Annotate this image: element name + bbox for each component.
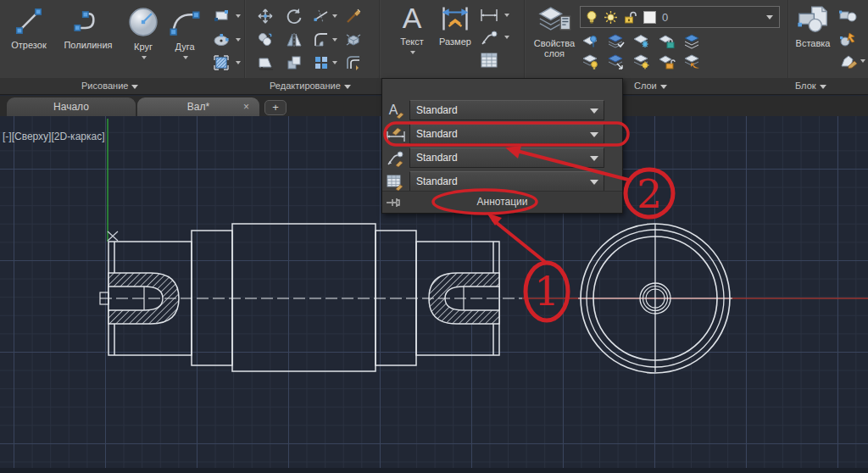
- table-icon: [479, 51, 499, 70]
- layer-unlock-icon[interactable]: [623, 10, 637, 25]
- multileader-style-select[interactable]: Standard: [409, 147, 604, 168]
- layer-on-bulb-icon[interactable]: [585, 10, 598, 25]
- arc-icon: [168, 5, 202, 39]
- line-icon: [13, 5, 45, 37]
- panel-label-block[interactable]: Блок: [795, 81, 826, 91]
- circle-button[interactable]: Круг: [124, 5, 163, 62]
- layer-color-swatch[interactable]: [643, 11, 656, 24]
- layer-make-current-icon: [581, 33, 600, 50]
- create-block-button[interactable]: [838, 7, 857, 25]
- text-style-select[interactable]: Standard: [409, 100, 604, 120]
- explode-icon: [344, 31, 363, 49]
- array-button[interactable]: [312, 53, 331, 72]
- polyline-icon: [72, 5, 104, 37]
- dimension-style-select[interactable]: Standard: [409, 124, 604, 144]
- layer-thaw-all-button[interactable]: [632, 53, 651, 72]
- offset-button[interactable]: [344, 53, 363, 72]
- hatch-button[interactable]: [212, 53, 231, 72]
- layer-unlock-all-button[interactable]: [658, 53, 676, 72]
- table-style-select[interactable]: Standard: [409, 171, 604, 192]
- block-editor-icon: [838, 53, 859, 70]
- tab-close-icon[interactable]: ×: [243, 97, 249, 116]
- rotate-button[interactable]: [285, 7, 303, 25]
- layer-properties-icon: [536, 2, 573, 36]
- panel-modify: [246, 0, 379, 78]
- block-editor-button[interactable]: [838, 53, 857, 71]
- layer-walk-icon: [607, 53, 626, 70]
- match-properties-button[interactable]: [344, 7, 363, 25]
- panel-label-draw[interactable]: Рисование: [81, 81, 138, 91]
- panel-label-layers[interactable]: Слои: [634, 81, 667, 91]
- scale-button[interactable]: [285, 53, 303, 72]
- layer-combo[interactable]: 0: [580, 6, 780, 28]
- fillet-button[interactable]: [312, 31, 331, 49]
- layer-unlock-all-icon: [658, 53, 676, 70]
- insert-block-label: Вставка: [796, 38, 831, 48]
- array-dropdown-icon[interactable]: [332, 61, 337, 64]
- multileader-dropdown-icon[interactable]: [504, 36, 509, 39]
- arc-button[interactable]: Дуга: [164, 5, 205, 62]
- define-attribute-button[interactable]: [838, 31, 857, 49]
- multileader-icon: [479, 29, 499, 47]
- panel-label-modify[interactable]: Редактирование: [270, 81, 351, 91]
- layer-lock-button[interactable]: [658, 33, 676, 52]
- rectangle-button[interactable]: [212, 7, 231, 25]
- table-style-dropdown-icon: [590, 180, 598, 185]
- layer-combo-dropdown-icon[interactable]: [766, 15, 773, 19]
- dim-linear-button[interactable]: [479, 7, 498, 25]
- annotation-flyout-footer[interactable]: Аннотации: [382, 191, 622, 213]
- panel-annotation: A Текст Размер: [381, 0, 524, 78]
- shaft-end-view: [578, 224, 732, 373]
- layer-properties-label-2: слоя: [544, 48, 565, 58]
- trim-dropdown-icon[interactable]: [332, 14, 337, 18]
- ellipse-dropdown-icon[interactable]: [236, 38, 241, 42]
- layer-walk-button[interactable]: [607, 53, 626, 72]
- layer-lock-icon: [658, 33, 676, 50]
- layer-off-button[interactable]: [581, 53, 600, 72]
- arc-dropdown-icon[interactable]: [183, 56, 188, 59]
- rectangle-dropdown-icon[interactable]: [236, 14, 241, 18]
- insert-block-button[interactable]: Вставка: [791, 3, 835, 48]
- layer-match-button[interactable]: [607, 33, 626, 52]
- copy-icon: [256, 31, 275, 49]
- layer-thaw-sun-icon[interactable]: [604, 10, 618, 25]
- offset-icon: [344, 53, 363, 72]
- layer-properties-button[interactable]: Свойства слоя: [531, 2, 578, 58]
- tab-drawing-val[interactable]: Вал* ×: [137, 97, 259, 116]
- dimension-button[interactable]: Размер: [433, 3, 477, 47]
- text-style-row: A Standard: [382, 98, 622, 122]
- new-tab-button[interactable]: +: [264, 100, 287, 115]
- ellipse-button[interactable]: [212, 31, 231, 49]
- stretch-button[interactable]: [256, 53, 275, 72]
- polyline-button[interactable]: Полилиния: [53, 5, 124, 50]
- hatch-dropdown-icon[interactable]: [236, 61, 241, 64]
- fillet-dropdown-icon[interactable]: [332, 38, 337, 42]
- dimension-style-row: Standard: [382, 122, 622, 146]
- layer-previous-button[interactable]: [683, 53, 702, 72]
- circle-icon: [126, 5, 160, 39]
- hatch-icon: [212, 53, 231, 72]
- block-editor-dropdown-icon[interactable]: [860, 59, 865, 63]
- explode-button[interactable]: [344, 31, 363, 49]
- move-button[interactable]: [256, 7, 275, 25]
- multileader-button[interactable]: [479, 29, 498, 47]
- table-button[interactable]: [479, 51, 498, 70]
- text-button[interactable]: A Текст: [391, 3, 433, 57]
- mirror-button[interactable]: [285, 31, 303, 49]
- layer-isolate-button[interactable]: [683, 33, 702, 52]
- line-button[interactable]: Отрезок: [5, 5, 53, 50]
- text-icon: A: [398, 3, 426, 34]
- dimension-style-icon: [386, 125, 408, 143]
- layer-make-current-button[interactable]: [581, 33, 600, 52]
- rotate-icon: [285, 7, 303, 25]
- move-icon: [256, 7, 275, 25]
- circle-label: Круг: [134, 42, 153, 52]
- text-dropdown-icon[interactable]: [410, 51, 415, 54]
- dimension-style-dropdown-icon: [590, 132, 598, 137]
- tab-start[interactable]: Начало: [7, 97, 136, 116]
- copy-button[interactable]: [256, 31, 275, 49]
- dim-linear-dropdown-icon[interactable]: [504, 14, 509, 17]
- layer-freeze-button[interactable]: [632, 33, 651, 52]
- circle-dropdown-icon[interactable]: [142, 56, 147, 59]
- trim-button[interactable]: [312, 7, 331, 25]
